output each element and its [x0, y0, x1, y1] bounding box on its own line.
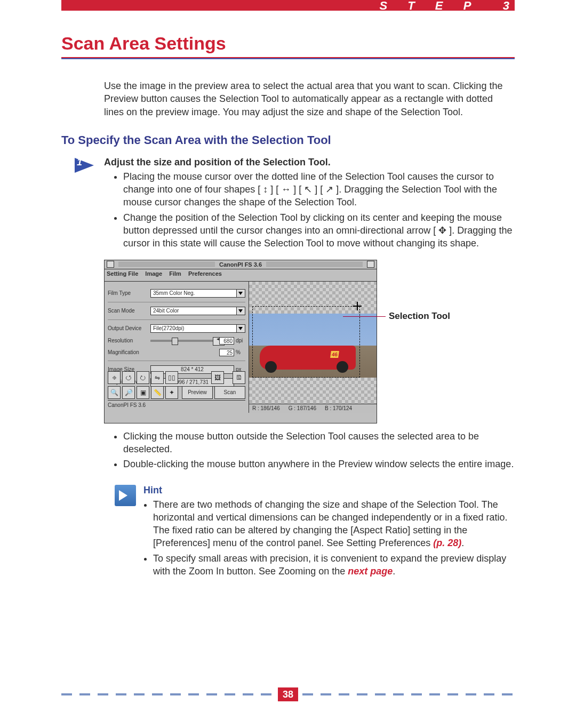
rgb-g: G : 187/146	[289, 405, 316, 411]
section-heading: To Specify the Scan Area with the Select…	[61, 133, 515, 147]
step-label: S T E P 3	[380, 0, 509, 13]
hint-bullet: There are two methods of changing the si…	[153, 498, 515, 550]
hint-block: Hint There are two methods of changing t…	[115, 485, 515, 580]
resolution-unit: dpi	[236, 338, 245, 343]
menu-image[interactable]: Image	[145, 270, 162, 277]
rgb-readout: R : 186/146 G : 187/146 B : 170/124	[249, 404, 377, 413]
step-word: S T E P	[380, 0, 479, 12]
dropdown-arrow-icon[interactable]	[236, 325, 245, 332]
resolution-label: Resolution	[108, 338, 150, 343]
window-zoom-icon[interactable]	[367, 261, 374, 268]
page-title: Scan Area Settings	[61, 33, 515, 54]
step-1-heading: Adjust the size and position of the Sele…	[104, 157, 515, 168]
window-title: CanonPI FS 3.6	[217, 261, 264, 268]
output-device-label: Output Device	[108, 325, 150, 331]
preview-button[interactable]: Preview	[182, 386, 213, 399]
settings-panel: Film Type 35mm Color Neg. Scan Mode 24bi…	[105, 282, 249, 413]
ruler-icon[interactable]: 📏	[151, 386, 164, 399]
page-footer: 38	[61, 687, 515, 701]
page-number: 38	[278, 687, 298, 701]
rgb-b: B : 170/124	[325, 405, 352, 411]
window-titlebar[interactable]: CanonPI FS 3.6	[105, 260, 377, 269]
film-type-select[interactable]: 35mm Color Neg.	[150, 289, 245, 298]
rotate-left-icon[interactable]: ⭯	[122, 371, 135, 384]
aspect-icon[interactable]: ▣	[137, 386, 149, 399]
preview-area[interactable]: 46 R : 186/146 G : 187/146 B : 170/124	[249, 282, 377, 413]
bullet-item: Clicking the mouse button outside the Se…	[123, 430, 515, 456]
window-close-icon[interactable]	[107, 261, 114, 268]
zoom-out-icon[interactable]: 🔎	[122, 386, 135, 399]
magnification-label: Magnification	[108, 349, 150, 355]
move-cursor-icon	[353, 302, 362, 310]
bullet-item: Change the position of the Selection Too…	[123, 211, 515, 250]
app-screenshot: CanonPI FS 3.6 Setting File Image Film P…	[104, 260, 515, 422]
bullet-item: Double-clicking the mouse button anywher…	[123, 458, 515, 470]
step-1-number: 1	[77, 157, 82, 168]
step-number: 3	[503, 0, 509, 12]
footer-dashes	[61, 693, 274, 695]
output-device-select[interactable]: File(2720dpi)	[150, 324, 245, 333]
flip-icon[interactable]: ⇋	[151, 371, 164, 384]
title-rule	[61, 57, 515, 59]
rotate-right-icon[interactable]: ⭮	[137, 371, 149, 384]
eject-icon[interactable]: ⎆	[108, 371, 121, 384]
menu-setting-file[interactable]: Setting File	[107, 270, 138, 277]
status-bar: CanonPI FS 3.6	[108, 400, 245, 411]
app-window: CanonPI FS 3.6 Setting File Image Film P…	[104, 260, 377, 423]
menu-bar: Setting File Image Film Preferences	[105, 269, 377, 282]
scan-button[interactable]: Scan	[214, 386, 245, 399]
menu-preferences[interactable]: Preferences	[188, 270, 222, 277]
bullet-item: Placing the mouse cursor over the dotted…	[123, 170, 515, 209]
header-bar: S T E P 3	[61, 0, 515, 11]
footer-dashes	[302, 693, 515, 695]
next-page-link[interactable]: next page	[348, 566, 393, 577]
film-type-label: Film Type	[108, 290, 150, 296]
page-ref-link[interactable]: (p. 28)	[433, 538, 461, 548]
step-1-marker: 1	[75, 155, 96, 176]
scan-mode-label: Scan Mode	[108, 308, 150, 314]
rgb-r: R : 186/146	[252, 405, 280, 411]
callout-label: Selection Tool	[389, 311, 450, 322]
resolution-slider[interactable]: ◂▸680	[150, 337, 234, 345]
magnification-unit: %	[236, 349, 245, 355]
zoom-in-icon[interactable]: 🔍	[108, 386, 121, 399]
auto-icon[interactable]: ✦	[165, 386, 178, 399]
output-icon[interactable]: 🖻	[233, 371, 245, 384]
magnification-value[interactable]: 25	[219, 349, 234, 356]
post-screenshot-bullets: Clicking the mouse button outside the Se…	[104, 430, 515, 471]
callout-line	[343, 316, 386, 317]
intro-paragraph: Use the image in the preview area to sel…	[104, 79, 515, 118]
hint-icon	[115, 485, 136, 506]
dropdown-arrow-icon[interactable]	[236, 307, 245, 315]
selection-tool[interactable]	[252, 306, 360, 378]
step-1-bullets: Placing the mouse cursor over the dotted…	[104, 170, 515, 250]
mirror-icon[interactable]: ▯▯	[165, 371, 178, 384]
dropdown-arrow-icon[interactable]	[236, 290, 245, 297]
prescan-icon[interactable]: 🖼	[211, 371, 224, 384]
toolbar: ⎆ ⭯ ⭮ ⇋ ▯▯ 🖼 🖻 🔍	[108, 369, 245, 399]
hint-bullet: To specify small areas with precision, i…	[153, 552, 515, 578]
scan-mode-select[interactable]: 24bit Color	[150, 307, 245, 315]
menu-film[interactable]: Film	[169, 270, 181, 277]
resolution-value[interactable]: 680	[219, 337, 234, 345]
hint-title: Hint	[143, 485, 515, 496]
magnification-field[interactable]: 25	[150, 349, 234, 356]
